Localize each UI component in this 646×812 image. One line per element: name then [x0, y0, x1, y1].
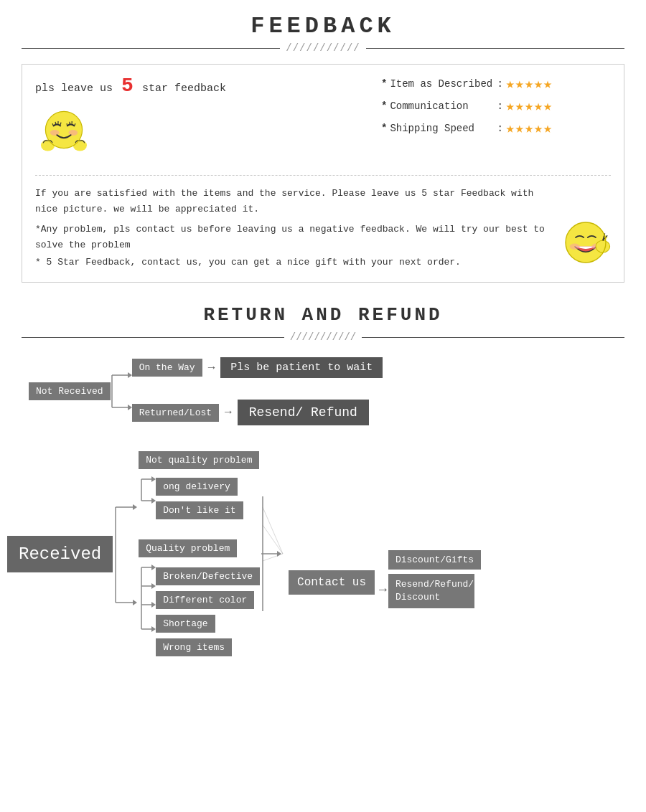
feedback-text-1: If you are satisfied with the items and … — [35, 186, 553, 217]
svg-line-49 — [263, 525, 283, 554]
outcomes-col: Discount/Gifts Resend/Refund/Discount — [388, 550, 481, 608]
nq-sub-connector — [139, 471, 157, 510]
big-five: 5 — [121, 75, 134, 97]
svg-point-19 — [596, 241, 610, 253]
feedback-top: pls leave us 5 star feedback — [35, 75, 611, 176]
rating-label-1: Item as Described — [390, 78, 494, 90]
svg-point-15 — [570, 244, 580, 250]
quality-group: Quality problem Broken/Defective Diff — [139, 539, 260, 656]
refund-divider: /////////// — [22, 331, 624, 343]
feedback-intro: pls leave us 5 star feedback — [35, 75, 367, 97]
q-branch-1: Broken/Defective — [156, 567, 260, 585]
svg-marker-32 — [133, 600, 137, 605]
feedback-left: pls leave us 5 star feedback — [35, 75, 367, 165]
feedback-ratings: * Item as Described : ★★★★★ * Communicat… — [381, 75, 611, 141]
refund-title: RETURN AND REFUND — [0, 304, 646, 326]
nq-branches: ong delivery Don't like it — [156, 478, 260, 519]
quality-label: Quality problem — [139, 539, 237, 557]
nq-branch-1: ong delivery — [156, 478, 260, 496]
rating-row-1: * Item as Described : ★★★★★ — [381, 75, 611, 93]
stars-1: ★★★★★ — [506, 75, 553, 93]
svg-line-2 — [55, 122, 56, 124]
intro-text-2: star feedback — [142, 82, 226, 95]
feedback-bottom: If you are satisfied with the items and … — [35, 186, 611, 270]
not-quality-label-row: Not quality problem — [139, 451, 260, 469]
rec-contact-connector — [260, 468, 286, 640]
svg-line-50 — [263, 554, 283, 561]
not-quality-group: Not quality problem ong delivery Don't l… — [139, 451, 260, 519]
zigzag-decoration: /////////// — [280, 42, 365, 54]
svg-line-4 — [60, 123, 61, 125]
asterisk-2: * — [381, 100, 387, 112]
returned-lost-label: Returned/Lost — [132, 404, 219, 422]
received-box: Received — [7, 536, 113, 572]
rating-label-3: Shipping Speed — [390, 123, 494, 134]
rating-label-2: Communication — [390, 100, 494, 112]
asterisk-3: * — [381, 123, 387, 134]
feedback-box: pls leave us 5 star feedback — [22, 64, 624, 283]
arrow-1: → — [208, 362, 215, 374]
branch1-result: Pls be patient to wait — [220, 357, 383, 378]
not-quality-label: Not quality problem — [139, 451, 259, 469]
feedback-text-2: *Any problem, pls contact us before leav… — [35, 222, 553, 253]
not-received-label: Not Received — [29, 382, 111, 400]
not-received-box: Not Received — [29, 382, 111, 400]
refund-zigzag: /////////// — [284, 331, 362, 343]
svg-point-12 — [73, 140, 87, 151]
not-received-flow: Not Received On the Way → Pls be patient… — [29, 357, 624, 425]
received-flow: Received Not quality problem — [7, 451, 639, 656]
smiley-face-2 — [561, 217, 611, 268]
svg-line-48 — [263, 507, 283, 554]
feedback-bottom-inner: If you are satisfied with the items and … — [35, 186, 611, 270]
contact-col: Contact us — [289, 513, 375, 595]
nr-branch-1: On the Way → Pls be patient to wait — [132, 357, 383, 378]
nr-connector — [111, 359, 132, 424]
nr-branches: On the Way → Pls be patient to wait Retu… — [132, 357, 383, 425]
asterisk-1: * — [381, 78, 387, 90]
feedback-divider: /////////// — [22, 42, 624, 54]
q-branch-2: Different color — [156, 591, 260, 609]
rec-connector-1 — [113, 468, 139, 640]
colon-3: : — [497, 123, 502, 134]
rec-middle: Not quality problem ong delivery Don't l… — [139, 451, 260, 656]
stars-2: ★★★★★ — [506, 97, 553, 115]
q-branches: Broken/Defective Different color Shortag… — [156, 567, 260, 656]
nr-branch-2: Returned/Lost → Resend/ Refund — [132, 400, 383, 425]
rating-row-2: * Communication : ★★★★★ — [381, 97, 611, 115]
smiley-face-1 — [35, 104, 93, 161]
q-branch-3: Shortage — [156, 615, 260, 633]
wrong-items-label: Wrong items — [156, 638, 232, 656]
shortage-label: Shortage — [156, 615, 215, 633]
feedback-section: FEEDBACK — [0, 0, 646, 42]
q-sub-connector — [139, 559, 157, 638]
feedback-text-block: If you are satisfied with the items and … — [35, 186, 553, 270]
feedback-text-3: * 5 Star Feedback, contact us, you can g… — [35, 255, 553, 270]
broken-defective-label: Broken/Defective — [156, 567, 260, 585]
svg-marker-53 — [277, 551, 281, 557]
long-delivery-label: ong delivery — [156, 478, 238, 496]
intro-text-1: pls leave us — [35, 82, 113, 95]
nq-branch-2: Don't like it — [156, 501, 260, 519]
svg-point-10 — [68, 130, 78, 136]
refund-section: RETURN AND REFUND — [0, 297, 646, 329]
received-label: Received — [7, 536, 113, 572]
rating-row-3: * Shipping Speed : ★★★★★ — [381, 119, 611, 137]
outcome-1: Discount/Gifts — [388, 550, 481, 570]
quality-label-row: Quality problem — [139, 539, 260, 557]
q-branch-4: Wrong items — [156, 638, 260, 656]
arrow-to-outcomes: → — [379, 582, 387, 597]
colon-1: : — [497, 78, 502, 90]
feedback-title: FEEDBACK — [0, 13, 646, 39]
svg-line-5 — [67, 123, 67, 126]
on-the-way-label: On the Way — [132, 359, 202, 377]
dont-like-label: Don't like it — [156, 501, 243, 519]
different-color-label: Different color — [156, 591, 254, 609]
colon-2: : — [497, 100, 502, 112]
svg-marker-30 — [133, 504, 137, 510]
outcome-2: Resend/Refund/Discount — [388, 574, 474, 608]
svg-point-9 — [50, 130, 60, 136]
contact-us-label: Contact us — [289, 570, 375, 595]
branch2-result: Resend/ Refund — [238, 400, 369, 425]
svg-point-11 — [41, 140, 55, 151]
stars-3: ★★★★★ — [506, 119, 553, 137]
